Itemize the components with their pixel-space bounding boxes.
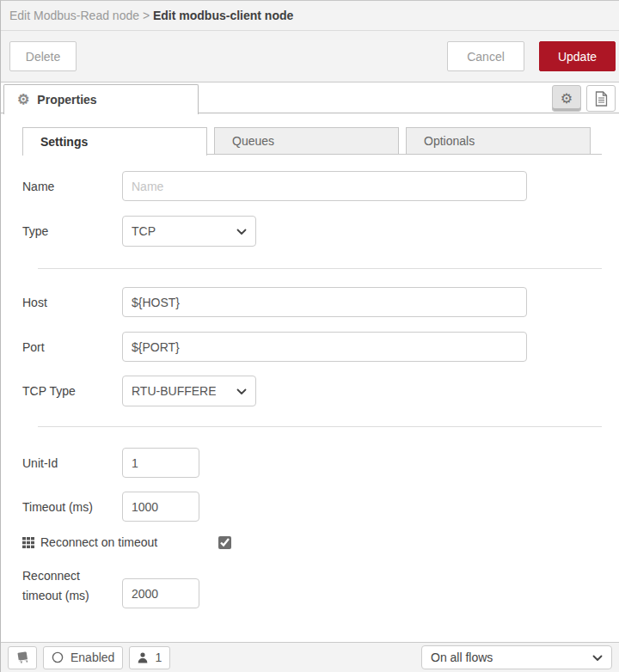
- host-row: Host: [22, 287, 619, 317]
- info-button[interactable]: [8, 646, 37, 669]
- reconnect-timeout-label: Reconnect timeout (ms): [22, 566, 122, 606]
- reconnect-on-timeout-row: Reconnect on timeout: [22, 534, 619, 551]
- delete-button[interactable]: Delete: [9, 41, 77, 71]
- port-input[interactable]: [122, 332, 527, 362]
- dialog-header: Edit Modbus-Read node > Edit modbus-clie…: [1, 1, 619, 82]
- breadcrumb-current: Edit modbus-client node: [153, 9, 293, 22]
- host-input[interactable]: [122, 287, 527, 317]
- book-icon: [15, 651, 29, 664]
- properties-tab-bar: ⚙ Properties ⚙: [1, 82, 619, 113]
- gear-icon: ⚙: [561, 92, 573, 106]
- reconnect-timeout-input[interactable]: [122, 578, 199, 608]
- document-icon: [595, 91, 608, 107]
- tcp-type-label: TCP Type: [22, 384, 122, 398]
- timeout-row: Timeout (ms): [22, 492, 619, 522]
- tcp-type-select[interactable]: RTU-BUFFERED: [122, 376, 256, 406]
- gear-icon: ⚙: [17, 93, 29, 107]
- dialog-footer: Enabled 1 On all flows: [1, 642, 619, 672]
- edit-properties-button[interactable]: ⚙: [552, 85, 581, 112]
- tab-settings[interactable]: Settings: [22, 127, 207, 156]
- enabled-label: Enabled: [70, 651, 114, 664]
- unit-id-input[interactable]: [122, 448, 199, 478]
- tab-queues[interactable]: Queues: [214, 127, 399, 155]
- tcp-type-row: TCP Type RTU-BUFFERED: [22, 376, 619, 406]
- tab-optionals[interactable]: Optionals: [406, 127, 591, 155]
- unit-id-label: Unit-Id: [22, 456, 122, 470]
- type-row: Type TCP: [22, 216, 619, 247]
- user-count: 1: [155, 651, 162, 664]
- name-row: Name: [22, 171, 619, 201]
- dialog-toolbar: Delete Cancel Update: [1, 31, 619, 71]
- node-description-button[interactable]: [586, 85, 616, 112]
- reconnect-on-timeout-label: Reconnect on timeout: [40, 535, 157, 549]
- port-row: Port: [22, 332, 619, 362]
- user-icon: [138, 652, 148, 663]
- enabled-toggle-button[interactable]: Enabled: [43, 646, 123, 669]
- cancel-button[interactable]: Cancel: [447, 41, 524, 71]
- circle-icon: [52, 651, 64, 663]
- type-select[interactable]: TCP: [122, 216, 256, 247]
- reconnect-timeout-row: Reconnect timeout (ms): [22, 566, 619, 608]
- breadcrumb-separator: >: [143, 9, 153, 22]
- breadcrumb: Edit Modbus-Read node > Edit modbus-clie…: [1, 1, 619, 31]
- scope-select[interactable]: On all flows: [421, 645, 612, 669]
- unit-id-row: Unit-Id: [22, 448, 619, 478]
- section-divider: [38, 426, 602, 427]
- edit-node-dialog: Edit Modbus-Read node > Edit modbus-clie…: [0, 0, 619, 672]
- settings-form: Name Type TCP Host Port TCP Type: [1, 171, 619, 608]
- reconnect-on-timeout-checkbox[interactable]: [218, 536, 231, 549]
- port-label: Port: [22, 340, 122, 354]
- tab-properties[interactable]: ⚙ Properties: [3, 84, 199, 114]
- type-label: Type: [22, 224, 122, 238]
- properties-tab-label: Properties: [37, 93, 96, 107]
- user-count-button[interactable]: 1: [129, 646, 170, 669]
- timeout-label: Timeout (ms): [22, 500, 122, 514]
- update-button[interactable]: Update: [539, 41, 616, 71]
- host-label: Host: [22, 296, 122, 309]
- settings-tab-bar: Settings Queues Optionals: [22, 127, 602, 155]
- panel-action-buttons: ⚙: [552, 85, 616, 112]
- name-label: Name: [22, 180, 122, 193]
- grid-icon: [22, 537, 34, 548]
- name-input[interactable]: [122, 171, 527, 201]
- breadcrumb-previous[interactable]: Edit Modbus-Read node: [9, 9, 139, 22]
- section-divider: [38, 268, 602, 269]
- timeout-input[interactable]: [122, 492, 199, 522]
